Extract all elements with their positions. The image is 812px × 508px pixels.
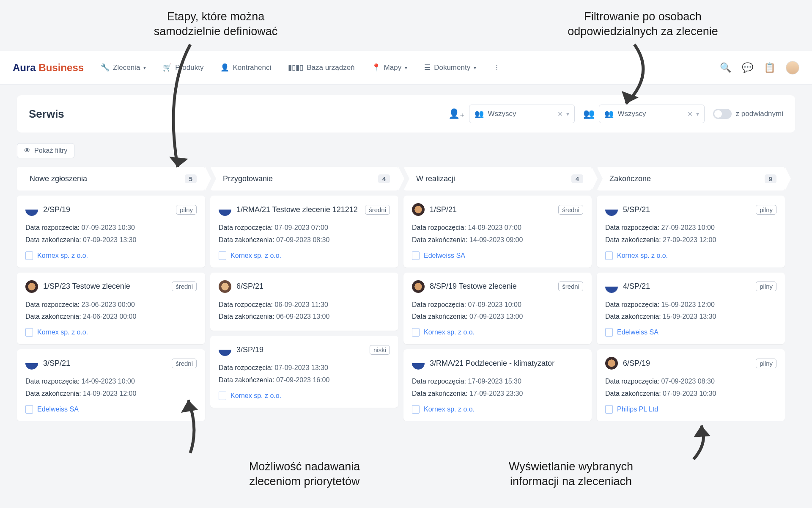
company-link[interactable]: Edelweiss SA bbox=[25, 405, 197, 414]
column-header[interactable]: W realizacji4 bbox=[403, 167, 592, 190]
arrow-to-columns bbox=[148, 40, 199, 180]
company-link[interactable]: Kornex sp. z o.o. bbox=[605, 251, 776, 260]
order-card[interactable]: 8/SP/19 Testowe zlecenie średni Data roz… bbox=[403, 273, 592, 345]
card-title: 6/SP/21 bbox=[236, 282, 390, 291]
company-link[interactable]: Kornex sp. z o.o. bbox=[412, 405, 583, 414]
subordinates-toggle[interactable] bbox=[713, 109, 732, 119]
order-card[interactable]: 6/SP/19 pilny Data rozpoczęcia: 07-09-20… bbox=[597, 349, 785, 421]
assignee-avatar bbox=[25, 280, 38, 293]
search-icon[interactable]: 🔍 bbox=[720, 62, 731, 73]
nav-mapy[interactable]: 📍 Mapy ▾ bbox=[372, 63, 408, 72]
card-header: 4/SP/21 pilny bbox=[605, 280, 776, 293]
column-header[interactable]: Zakończone9 bbox=[597, 167, 785, 190]
document-icon bbox=[219, 392, 226, 400]
card-title: 2/SP/19 bbox=[43, 205, 171, 214]
assignee-avatar bbox=[605, 357, 618, 370]
kanban-column: Przygotowanie4 1/RMA/21 Testowe zlecenie… bbox=[210, 167, 398, 421]
document-icon bbox=[605, 251, 613, 260]
order-card[interactable]: 1/RMA/21 Testowe zlecenie 121212 średni … bbox=[210, 196, 398, 268]
order-card[interactable]: 3/SP/19 niski Data rozpoczęcia: 07-09-20… bbox=[210, 336, 398, 408]
clipboard-icon[interactable]: 📋 bbox=[764, 62, 775, 73]
card-meta: Data rozpoczęcia: 07-09-2023 07:00 Data … bbox=[219, 222, 390, 246]
card-meta: Data rozpoczęcia: 27-09-2023 10:00 Data … bbox=[605, 222, 776, 246]
order-card[interactable]: 3/RMA/21 Podzlecenie - klimatyzator Data… bbox=[403, 349, 592, 421]
priority-badge: pilny bbox=[756, 282, 776, 291]
nav-zlecenia[interactable]: 🔧 Zlecenia ▾ bbox=[101, 63, 146, 72]
priority-badge: pilny bbox=[756, 205, 776, 215]
svg-marker-3 bbox=[694, 425, 710, 437]
company-link[interactable]: Edelweiss SA bbox=[412, 251, 583, 260]
chevron-down-icon: ▾ bbox=[566, 110, 569, 117]
order-card[interactable]: 6/SP/21 Data rozpoczęcia: 06-09-2023 11:… bbox=[210, 273, 398, 331]
priority-badge: niski bbox=[370, 345, 390, 355]
clear-icon[interactable]: ✕ bbox=[557, 110, 563, 118]
clear-icon[interactable]: ✕ bbox=[687, 110, 693, 118]
company-name: Kornex sp. z o.o. bbox=[37, 329, 88, 336]
order-card[interactable]: 1/SP/23 Testowe zlecenie średni Data roz… bbox=[17, 273, 205, 345]
card-header: 1/RMA/21 Testowe zlecenie 121212 średni bbox=[219, 203, 390, 216]
card-meta: Data rozpoczęcia: 06-09-2023 11:30 Data … bbox=[219, 299, 390, 323]
more-icon: ⋮ bbox=[493, 63, 500, 72]
document-icon bbox=[605, 328, 613, 337]
person-icon: 👤 bbox=[220, 63, 229, 72]
user-avatar[interactable] bbox=[786, 61, 799, 75]
order-card[interactable]: 2/SP/19 pilny Data rozpoczęcia: 07-09-20… bbox=[17, 196, 205, 268]
annotation-stages: Etapy, które możnasamodzielnie definiowa… bbox=[123, 9, 309, 39]
company-link[interactable]: Philips PL Ltd bbox=[605, 405, 776, 414]
svg-marker-0 bbox=[169, 157, 188, 167]
order-card[interactable]: 4/SP/21 pilny Data rozpoczęcia: 15-09-20… bbox=[597, 273, 785, 345]
priority-badge: średni bbox=[558, 282, 583, 291]
card-header: 3/RMA/21 Podzlecenie - klimatyzator bbox=[412, 357, 583, 370]
assignee-avatar bbox=[219, 203, 231, 216]
logo: Aura Business bbox=[13, 62, 84, 74]
company-name: Edelweiss SA bbox=[424, 252, 465, 260]
list-icon: ☰ bbox=[424, 63, 431, 72]
assignee-avatar bbox=[412, 280, 425, 293]
column-header[interactable]: Przygotowanie4 bbox=[210, 167, 398, 190]
company-link[interactable]: Kornex sp. z o.o. bbox=[219, 392, 390, 400]
card-meta: Data rozpoczęcia: 07-09-2023 08:30 Data … bbox=[605, 375, 776, 400]
card-header: 5/SP/21 pilny bbox=[605, 203, 776, 216]
annotation-filtering: Filtrowanie po osobachodpowiedzialnych z… bbox=[533, 9, 753, 39]
company-link[interactable]: Kornex sp. z o.o. bbox=[25, 251, 197, 260]
nav-kontrahenci[interactable]: 👤 Kontrahenci bbox=[220, 63, 271, 72]
company-link[interactable]: Edelweiss SA bbox=[605, 328, 776, 337]
team-icon[interactable]: 👥 bbox=[583, 108, 595, 119]
document-icon bbox=[412, 251, 420, 260]
assignee-avatar bbox=[219, 280, 231, 293]
order-card[interactable]: 1/SP/21 średni Data rozpoczęcia: 14-09-2… bbox=[403, 196, 592, 268]
document-icon bbox=[412, 328, 420, 337]
nav-dokumenty[interactable]: ☰ Dokumenty ▾ bbox=[424, 63, 476, 72]
card-title: 5/SP/21 bbox=[623, 205, 751, 214]
card-header: 8/SP/19 Testowe zlecenie średni bbox=[412, 280, 583, 293]
kanban-column: Zakończone9 5/SP/21 pilny Data rozpoczęc… bbox=[597, 167, 785, 421]
company-link[interactable]: Kornex sp. z o.o. bbox=[25, 328, 197, 337]
chat-icon[interactable]: 💬 bbox=[742, 62, 753, 73]
card-title: 1/RMA/21 Testowe zlecenie 121212 bbox=[236, 205, 360, 214]
filters-bar: 👁 Pokaż filtry bbox=[17, 143, 795, 158]
document-icon bbox=[25, 328, 33, 337]
company-name: Edelweiss SA bbox=[37, 406, 79, 413]
column-title: W realizacji bbox=[412, 174, 571, 183]
show-filters-button[interactable]: 👁 Pokaż filtry bbox=[17, 143, 74, 158]
order-card[interactable]: 5/SP/21 pilny Data rozpoczęcia: 27-09-20… bbox=[597, 196, 785, 268]
column-count: 9 bbox=[765, 174, 776, 183]
assignee-filter-1[interactable]: 👥 Wszyscy ✕ ▾ bbox=[469, 105, 575, 123]
company-link[interactable]: Kornex sp. z o.o. bbox=[412, 328, 583, 337]
wrench-icon: 🔧 bbox=[101, 63, 110, 72]
card-header: 6/SP/21 bbox=[219, 280, 390, 293]
company-link[interactable]: Kornex sp. z o.o. bbox=[219, 251, 390, 260]
person-add-icon[interactable]: 👤₊ bbox=[448, 108, 465, 119]
nav-baza[interactable]: ▮▯▮▯ Baza urządzeń bbox=[288, 63, 354, 72]
company-name: Kornex sp. z o.o. bbox=[424, 406, 475, 413]
priority-badge: średni bbox=[172, 359, 197, 368]
pin-icon: 📍 bbox=[372, 63, 381, 72]
column-count: 4 bbox=[378, 174, 390, 183]
chevron-down-icon: ▾ bbox=[474, 65, 476, 71]
card-header: 6/SP/19 pilny bbox=[605, 357, 776, 370]
card-title: 8/SP/19 Testowe zlecenie bbox=[430, 282, 553, 291]
nav-label: Mapy bbox=[384, 64, 402, 72]
nav-more[interactable]: ⋮ bbox=[493, 63, 500, 72]
top-nav: Aura Business 🔧 Zlecenia ▾ 🛒 Produkty 👤 … bbox=[0, 51, 812, 85]
assignee-avatar bbox=[605, 280, 618, 293]
